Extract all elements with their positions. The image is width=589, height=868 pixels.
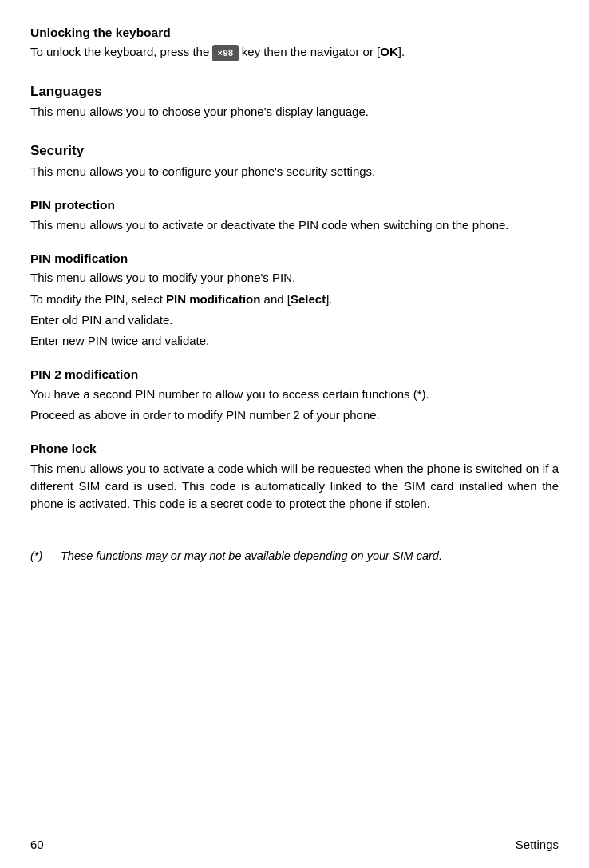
section-phone-lock: Phone lock This menu allows you to activ… xyxy=(30,440,559,513)
section-languages: Languages This menu allows you to choose… xyxy=(30,82,559,121)
section-heading-unlocking: Unlocking the keyboard xyxy=(30,24,559,42)
footnote-text: These functions may or may not be availa… xyxy=(61,548,442,565)
footnote-container: (*) These functions may or may not be av… xyxy=(30,548,559,565)
page-content: Unlocking the keyboard To unlock the key… xyxy=(0,0,589,612)
text-after-icon: key then the navigator or [OK]. xyxy=(239,45,405,58)
section-pin-protection: PIN protection This menu allows you to a… xyxy=(30,196,559,234)
section-heading-phone-lock: Phone lock xyxy=(30,440,559,458)
ok-label: OK xyxy=(380,45,398,58)
section-body-pin-protection: This menu allows you to activate or deac… xyxy=(30,216,559,234)
section-body-security: This menu allows you to configure your p… xyxy=(30,163,559,180)
key-icon: ×98 xyxy=(212,45,238,61)
page-number: 60 xyxy=(30,836,44,854)
text-before-icon: To unlock the keyboard, press the xyxy=(30,45,212,58)
text-before-bold: To modify the PIN, select xyxy=(30,292,166,306)
section-body-pin-mod-2: To modify the PIN, select PIN modificati… xyxy=(30,291,559,308)
section-body-pin2-mod-1: You have a second PIN number to allow yo… xyxy=(30,386,559,403)
section-heading-security: Security xyxy=(30,141,559,161)
section-body-unlocking: To unlock the keyboard, press the ×98 ke… xyxy=(30,43,559,61)
text-bracket-end: ]. xyxy=(326,292,332,306)
select-label: Select xyxy=(291,292,326,306)
section-pin-modification: PIN modification This menu allows you to… xyxy=(30,250,559,350)
section-body-pin-mod-3: Enter old PIN and validate. xyxy=(30,311,559,329)
footer-section-label: Settings xyxy=(516,836,559,854)
section-pin2-modification: PIN 2 modification You have a second PIN… xyxy=(30,366,559,424)
section-heading-languages: Languages xyxy=(30,82,559,102)
section-unlocking-keyboard: Unlocking the keyboard To unlock the key… xyxy=(30,24,559,61)
section-body-languages: This menu allows you to choose your phon… xyxy=(30,103,559,121)
section-heading-pin2-modification: PIN 2 modification xyxy=(30,366,559,383)
section-body-pin2-mod-2: Proceed as above in order to modify PIN … xyxy=(30,406,559,424)
section-heading-pin-modification: PIN modification xyxy=(30,250,559,268)
section-heading-pin-protection: PIN protection xyxy=(30,196,559,214)
section-body-phone-lock: This menu allows you to activate a code … xyxy=(30,460,559,513)
pin-modification-label: PIN modification xyxy=(166,292,260,306)
footnote-marker: (*) xyxy=(30,548,61,565)
section-body-pin-mod-1: This menu allows you to modify your phon… xyxy=(30,269,559,287)
text-and: and [ xyxy=(260,292,291,306)
section-body-pin-mod-4: Enter new PIN twice and validate. xyxy=(30,332,559,350)
page-footer: 60 Settings xyxy=(30,836,559,854)
section-security: Security This menu allows you to configu… xyxy=(30,141,559,180)
